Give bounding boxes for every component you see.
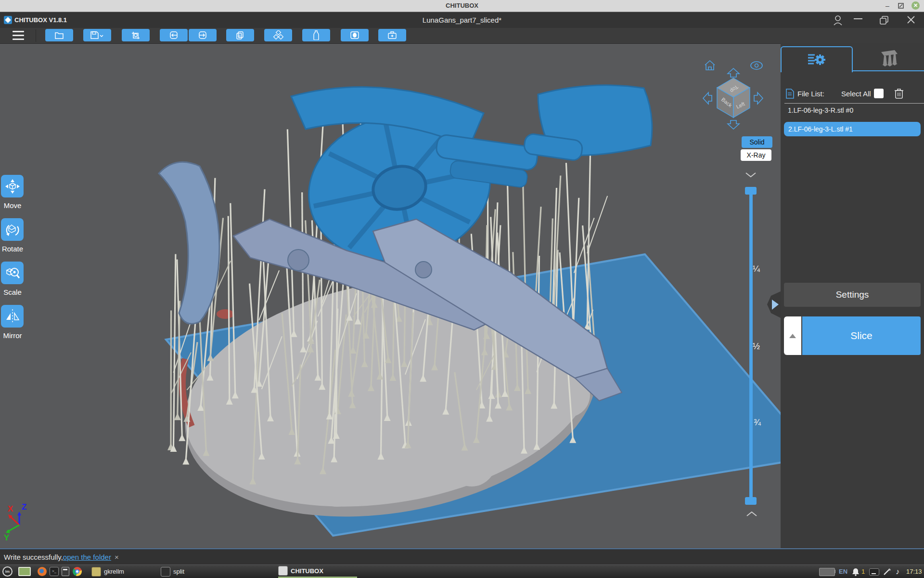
perspective-eye-icon[interactable] <box>750 61 763 70</box>
capture-button[interactable] <box>122 29 150 41</box>
taskbar-window-gkrellm[interactable]: gkrellm <box>91 565 124 578</box>
file-list-item[interactable]: 1.LF-06-leg-3-R.stl #0 <box>788 106 853 114</box>
move-tool-button[interactable] <box>1 175 24 197</box>
show-desktop-button[interactable] <box>18 567 31 576</box>
files-launcher-icon[interactable] <box>62 567 69 576</box>
axis-x-label: X <box>8 504 13 513</box>
dig-hole-button[interactable] <box>341 29 369 41</box>
axis-gizmo: X Z Y <box>0 501 43 544</box>
delete-trash-icon[interactable] <box>894 88 904 99</box>
main-toolbar <box>0 28 924 44</box>
scale-tool-label: Scale <box>0 288 25 296</box>
support-icon <box>877 49 898 67</box>
taskbar: lm >_ gkrellm split CHITUBOX EN 1 ♪ 17:1… <box>0 565 924 578</box>
os-maximize-button[interactable] <box>898 3 904 9</box>
keyboard-layout-indicator[interactable]: EN <box>839 565 847 578</box>
terminal-launcher-icon[interactable]: >_ <box>50 567 59 576</box>
copy-button[interactable] <box>226 29 254 41</box>
slider-step-up-chevron[interactable] <box>746 511 757 517</box>
rotate-right-arrow[interactable] <box>753 91 764 106</box>
solid-mode-button[interactable]: Solid <box>742 136 772 148</box>
xray-mode-button[interactable]: X-Ray <box>741 149 771 161</box>
file-list-icon <box>786 89 794 99</box>
notification-count: 1 <box>861 565 865 578</box>
open-file-button[interactable] <box>45 29 73 41</box>
settings-button[interactable]: Settings <box>784 283 921 307</box>
file-list-item-selected[interactable]: 2.LF-06-leg-3-L.stl #1 <box>784 122 921 136</box>
os-minimize-button[interactable]: – <box>886 2 889 10</box>
slice-button[interactable]: Slice <box>802 316 921 355</box>
os-window-title: CHITUBOX <box>0 0 924 12</box>
open-folder-link[interactable]: open the folder <box>63 553 111 561</box>
home-view-icon[interactable] <box>704 60 716 71</box>
slider-mark-half: ½ <box>753 342 760 352</box>
screenshot-pen-icon[interactable] <box>883 567 891 576</box>
taskbar-window-label: split <box>173 568 184 575</box>
display-settings-icon[interactable] <box>869 568 879 576</box>
hollow-button[interactable] <box>302 29 330 41</box>
select-all-checkbox[interactable] <box>874 89 884 98</box>
chrome-launcher-icon[interactable] <box>73 567 82 576</box>
status-message: Write successfully, <box>4 553 63 561</box>
right-panel: File List: Select All 1.LF-06-leg-3-R.st… <box>781 43 924 548</box>
rotate-left-arrow[interactable] <box>702 91 713 106</box>
slider-mark-three-quarter: ¾ <box>754 418 761 428</box>
tab-slice-settings[interactable] <box>781 46 853 72</box>
mirror-tool-label: Mirror <box>0 331 25 340</box>
app-close-button[interactable] <box>907 15 915 24</box>
rotate-down-arrow[interactable] <box>726 119 741 130</box>
os-titlebar: CHITUBOX – ✕ <box>0 0 924 12</box>
select-all-label: Select All <box>841 90 871 98</box>
axis-z-label: Z <box>22 502 26 512</box>
preview-slider-track[interactable] <box>749 191 753 501</box>
axis-y-label: Y <box>4 533 10 542</box>
scale-tool-button[interactable] <box>1 262 24 284</box>
file-list-label: File List: <box>797 90 824 98</box>
clock[interactable]: 17:13 <box>906 565 922 578</box>
mirror-tool-button[interactable] <box>1 305 24 328</box>
audio-note-icon[interactable]: ♪ <box>896 565 899 578</box>
repair-button[interactable] <box>378 29 406 41</box>
slice-expand-arrow-icon <box>789 334 796 338</box>
app-restore-button[interactable] <box>879 15 889 25</box>
slider-step-down-chevron[interactable] <box>745 171 757 178</box>
slice-expand-button[interactable] <box>784 316 801 355</box>
rotate-tool-button[interactable] <box>1 218 24 241</box>
status-close-icon[interactable]: × <box>115 553 119 561</box>
battery-indicator[interactable] <box>819 568 835 576</box>
taskbar-window-split[interactable]: split <box>161 565 184 578</box>
taskbar-window-chitubox[interactable]: CHITUBOX <box>278 565 357 578</box>
tab-support[interactable] <box>852 46 924 70</box>
user-account-icon[interactable] <box>833 15 843 26</box>
notifications-bell-icon[interactable] <box>851 567 860 576</box>
app-minimize-button[interactable] <box>854 18 862 19</box>
move-tool-label: Move <box>0 201 25 210</box>
gkrellm-icon <box>91 567 101 577</box>
slider-mark-quarter: ¼ <box>753 264 760 274</box>
slice-settings-icon <box>807 52 826 68</box>
viewport-3d[interactable]: X Z Y <box>0 43 781 548</box>
rotate-tool-label: Rotate <box>0 245 25 253</box>
start-menu-button[interactable]: lm <box>2 566 13 577</box>
scene-3d <box>0 43 781 548</box>
panel-collapse-handle[interactable] <box>766 291 781 318</box>
firefox-launcher-icon[interactable] <box>38 567 47 576</box>
document-title: LunaGans_part7_sliced* <box>0 12 924 28</box>
split-icon <box>161 567 170 577</box>
preview-slider-top-handle[interactable] <box>745 187 757 195</box>
rotate-up-arrow[interactable] <box>726 67 741 78</box>
status-bar: Write successfully,open the folder × <box>0 549 924 565</box>
save-button[interactable] <box>83 29 111 41</box>
os-close-button[interactable]: ✕ <box>911 1 920 10</box>
chitubox-task-icon <box>278 566 288 576</box>
model-blade-left <box>159 162 219 324</box>
view-cube[interactable]: Top Back Left <box>715 77 752 118</box>
import-button[interactable] <box>160 29 188 41</box>
export-button[interactable] <box>189 29 217 41</box>
taskbar-window-label: CHITUBOX <box>291 567 323 575</box>
menu-button[interactable] <box>13 31 24 40</box>
app-titlebar: CHITUBOX V1.8.1 LunaGans_part7_sliced* <box>0 12 924 28</box>
auto-arrange-button[interactable] <box>264 29 292 41</box>
taskbar-window-label: gkrellm <box>104 568 124 575</box>
preview-slider-bottom-handle[interactable] <box>745 497 757 505</box>
